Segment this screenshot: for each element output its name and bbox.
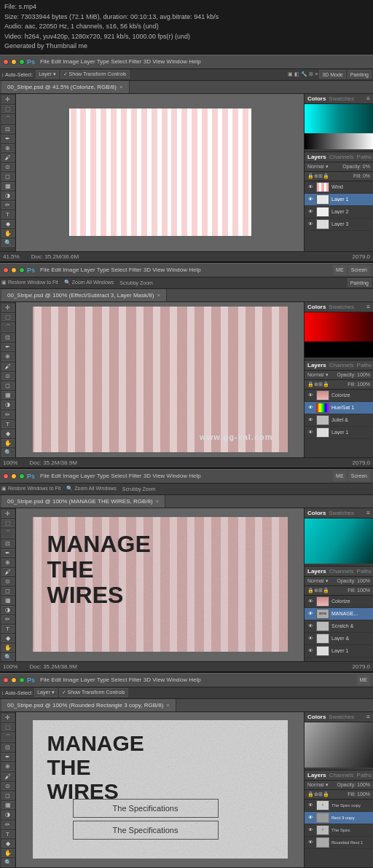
layer-item-wind[interactable]: 👁 Wind	[305, 181, 373, 194]
channels-tab-1[interactable]: Channels	[329, 154, 354, 160]
max-btn-4[interactable]	[19, 677, 25, 683]
dodge-tool-3[interactable]: ◑	[1, 606, 15, 614]
gradient-tool-2[interactable]: ▦	[1, 391, 15, 399]
close-btn-3[interactable]	[3, 473, 9, 479]
eraser-tool[interactable]: ◻	[1, 173, 15, 181]
painting-btn[interactable]: Painting	[348, 70, 372, 79]
heal-tool-3[interactable]: ⊕	[1, 559, 15, 567]
brush-tool-3[interactable]: 🖌	[1, 568, 15, 576]
ps-tab-close-3[interactable]: ×	[156, 498, 160, 505]
swatches-tab-4[interactable]: Swatches	[329, 714, 354, 720]
layer-eye-hue-2[interactable]: 👁	[307, 404, 314, 411]
pen-tool-3[interactable]: ✏	[1, 615, 15, 623]
color-gradient-1[interactable]	[305, 104, 373, 149]
layer-eye-colorize-2[interactable]: 👁	[307, 392, 314, 399]
ps-tab-4[interactable]: 00_Stripe.psd @ 100% (Rounded Rectangle …	[1, 699, 176, 711]
text-tool-4[interactable]: T	[1, 830, 15, 838]
preview-btn-me-3[interactable]: ME	[333, 471, 347, 481]
lasso-tool-2[interactable]: ⌒	[1, 323, 15, 332]
hand-tool-2[interactable]: ✋	[1, 439, 15, 447]
clone-tool-2[interactable]: ⊙	[1, 372, 15, 380]
color-gradient-3[interactable]	[305, 518, 373, 564]
shape-tool[interactable]: ◆	[1, 220, 15, 228]
gradient-tool-3[interactable]: ▦	[1, 596, 15, 604]
swatches-tab-2[interactable]: Swatches	[329, 304, 354, 310]
hand-tool-4[interactable]: ✋	[1, 849, 15, 857]
swatches-tab-1[interactable]: Swatches	[329, 95, 354, 102]
zoom-tool-3[interactable]: 🔍	[1, 653, 15, 661]
eraser-tool-3[interactable]: ◻	[1, 587, 15, 595]
heal-tool-2[interactable]: ⊕	[1, 352, 15, 360]
colors-tab-4[interactable]: Colors	[307, 714, 326, 720]
layer-eye-spec-4[interactable]: 👁	[307, 826, 314, 834]
layer-hue-2[interactable]: 👁 Hue/Sat 1	[305, 402, 373, 414]
layer-scratch-3[interactable]: 👁 Scratch &	[305, 620, 373, 633]
gradient-tool[interactable]: ▦	[1, 182, 15, 190]
eyedropper-tool[interactable]: ✒	[1, 135, 15, 143]
move-tool-3[interactable]: ✛	[1, 510, 15, 518]
close-btn-1[interactable]	[3, 59, 9, 65]
ps-tab-close-4[interactable]: ×	[166, 702, 170, 709]
clone-tool-4[interactable]: ⊙	[1, 782, 15, 790]
brush-tool-2[interactable]: 🖌	[1, 363, 15, 371]
move-tool[interactable]: ✛	[1, 95, 15, 103]
min-btn-1[interactable]	[11, 59, 17, 65]
max-btn-3[interactable]	[19, 473, 25, 479]
pen-tool[interactable]: ✏	[1, 201, 15, 209]
layer-item-1[interactable]: 👁 Layer 1	[305, 194, 373, 206]
text-tool-2[interactable]: T	[1, 420, 15, 428]
zoom-tool[interactable]: 🔍	[1, 239, 15, 247]
layer-manage-3[interactable]: 👁 MTW MANAGE...	[305, 608, 373, 620]
channels-tab-2[interactable]: Channels	[329, 362, 354, 368]
pen-tool-4[interactable]: ✏	[1, 821, 15, 829]
eyedropper-tool-2[interactable]: ✒	[1, 343, 15, 351]
auto-select-4[interactable]: Layer ▾	[34, 688, 57, 697]
select-tool-2[interactable]: ⬚	[1, 313, 15, 321]
ps-tab-close-1[interactable]: ×	[119, 84, 123, 90]
colors-tab-2[interactable]: Colors	[307, 304, 326, 310]
crop-tool-2[interactable]: ⊡	[1, 334, 15, 342]
preview-btn-screen[interactable]: Screen	[348, 265, 370, 275]
blend-mode-3[interactable]: Normal ▾	[307, 578, 329, 584]
panel-menu-4[interactable]: ≡	[366, 714, 370, 720]
layer-eye-l1-3[interactable]: 👁	[307, 647, 314, 655]
swatches-tab-3[interactable]: Swatches	[329, 510, 354, 516]
ps-tab-1[interactable]: 00_Stripe.psd @ 41.5% (Colorize, RGB/8) …	[1, 81, 130, 93]
layers-tab-2[interactable]: Layers	[307, 362, 326, 368]
layer-colorize-2[interactable]: 👁 Colorize	[305, 390, 373, 402]
layer-rect1-4[interactable]: 👁 Rounded Rect 1	[305, 837, 373, 849]
preview-btn-me[interactable]: ME	[333, 265, 347, 275]
clone-tool[interactable]: ⊙	[1, 163, 15, 171]
layer-l1-2[interactable]: 👁 Layer 1	[305, 427, 373, 439]
move-tool-4[interactable]: ✛	[1, 714, 15, 722]
layer-layera-3[interactable]: 👁 Layer &	[305, 633, 373, 645]
brush-tool[interactable]: 🖌	[1, 154, 15, 162]
pen-tool-2[interactable]: ✏	[1, 411, 15, 419]
dodge-tool-4[interactable]: ◑	[1, 810, 15, 818]
layer-eye-juliet-2[interactable]: 👁	[307, 417, 314, 424]
layer-eye-wind[interactable]: 👁	[307, 184, 314, 191]
dodge-tool[interactable]: ◑	[1, 192, 15, 200]
layer-eye-scratch-3[interactable]: 👁	[307, 623, 314, 630]
zoom-tool-2[interactable]: 🔍	[1, 449, 15, 457]
ps-tab-3[interactable]: 00_Stripe.psd @ 100% (MANAGE THE WIRES, …	[1, 495, 165, 508]
layer-l1-3[interactable]: 👁 Layer 1	[305, 645, 373, 658]
eyedropper-tool-3[interactable]: ✒	[1, 549, 15, 557]
paths-tab-1[interactable]: Paths	[357, 154, 372, 160]
layer-spec-4[interactable]: 👁 T The Spec	[305, 824, 373, 837]
painting-mode-2[interactable]: Painting	[348, 278, 372, 287]
min-btn-4[interactable]	[11, 677, 17, 683]
layer-eye-rect1-4[interactable]: 👁	[307, 839, 314, 846]
colors-tab-1[interactable]: Colors	[307, 95, 326, 102]
move-tool-2[interactable]: ✛	[1, 304, 15, 312]
hand-tool[interactable]: ✋	[1, 229, 15, 237]
spec-button-1[interactable]: The Specifications	[73, 799, 219, 818]
preview-btn-me-4[interactable]: ME	[357, 675, 371, 685]
layer-spec-copy-4[interactable]: 👁 T The Spec copy	[305, 800, 373, 812]
min-btn-3[interactable]	[11, 473, 17, 479]
min-btn-2[interactable]	[11, 267, 17, 273]
blend-mode-2[interactable]: Normal ▾	[307, 372, 329, 378]
auto-select-dropdown[interactable]: Layer ▾	[36, 70, 58, 79]
dodge-tool-2[interactable]: ◑	[1, 401, 15, 409]
painting-btn-2[interactable]: Painting	[348, 278, 372, 287]
